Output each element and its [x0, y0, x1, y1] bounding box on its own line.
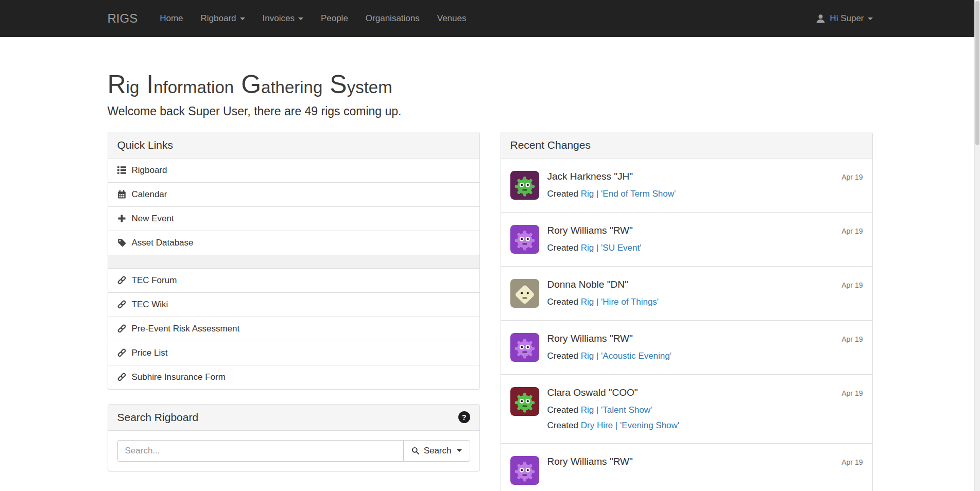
- change-date: Apr 19: [841, 281, 863, 289]
- search-panel-title: Search Rigboard: [117, 411, 199, 424]
- change-description: Created Rig | 'Talent Show': [547, 405, 863, 415]
- rig-link[interactable]: Rig | 'Hire of Things': [581, 297, 659, 307]
- link-icon: [117, 300, 126, 309]
- list-divider: [108, 255, 479, 269]
- chevron-down-icon: [298, 17, 303, 20]
- quick-link-label: TEC Forum: [132, 275, 177, 286]
- action-prefix: Created: [547, 420, 578, 430]
- quick-link-label: Rigboard: [132, 165, 167, 176]
- search-input-group: Search: [117, 440, 470, 462]
- link-icon: [117, 276, 126, 285]
- calendar-icon: [117, 190, 126, 199]
- scrollbar-thumb[interactable]: [975, 1, 979, 145]
- quick-link-subhire-insurance-form[interactable]: Subhire Insurance Form: [108, 365, 479, 389]
- nav-item-rigboard[interactable]: Rigboard: [192, 0, 254, 37]
- quick-links-list: Rigboard Calendar New Event Asset Databa…: [108, 159, 479, 389]
- quick-links-panel: Quick Links Rigboard Calendar New Event: [108, 132, 480, 390]
- change-description: Created Rig | 'SU Event': [547, 243, 863, 253]
- nav-item-venues[interactable]: Venues: [428, 0, 475, 37]
- main-content: RigInformationGatheringSystem Welcome ba…: [108, 71, 873, 491]
- monster-avatar-icon: [510, 333, 539, 362]
- change-description: Created Rig | 'End of Term Show': [547, 189, 863, 199]
- rig-link[interactable]: Rig | 'SU Event': [581, 243, 642, 253]
- rig-link[interactable]: Rig | 'End of Term Show': [581, 189, 676, 199]
- list-item: Rory Williams "RW" Apr 19: [501, 444, 872, 491]
- quick-link-label: Subhire Insurance Form: [132, 372, 226, 382]
- person-link[interactable]: Rory Williams "RW": [547, 225, 633, 236]
- quick-link-pre-event-risk-assessment[interactable]: Pre-Event Risk Assessment: [108, 317, 479, 341]
- avatar: [510, 333, 539, 362]
- person-link[interactable]: Donna Noble "DN": [547, 279, 628, 290]
- avatar: [510, 279, 539, 308]
- quick-link-new-event[interactable]: New Event: [108, 207, 479, 231]
- recent-changes-panel: Recent Changes Jack Harkness "JH" Apr 19: [501, 132, 873, 491]
- person-link[interactable]: Rory Williams "RW": [547, 333, 633, 344]
- quick-link-label: Asset Database: [132, 238, 194, 248]
- list-item: Rory Williams "RW" Apr 19 Created Rig | …: [501, 213, 872, 267]
- search-input[interactable]: [117, 440, 403, 462]
- left-column: Quick Links Rigboard Calendar New Event: [108, 132, 480, 486]
- page-title: RigInformationGatheringSystem: [108, 71, 873, 98]
- nav-item-people[interactable]: People: [312, 0, 357, 37]
- quick-links-title: Quick Links: [108, 132, 479, 159]
- avatar: [510, 387, 539, 416]
- link-icon: [117, 373, 126, 381]
- rig-link[interactable]: Rig | 'Talent Show': [581, 405, 652, 415]
- list-icon: [117, 166, 126, 174]
- person-link[interactable]: Jack Harkness "JH": [547, 171, 633, 182]
- navbar-brand[interactable]: RIGS: [108, 11, 138, 26]
- monster-avatar-icon: [510, 387, 539, 416]
- quick-link-calendar[interactable]: Calendar: [108, 183, 479, 207]
- user-menu[interactable]: Hi Super: [816, 13, 872, 24]
- change-description: Created Rig | 'Hire of Things': [547, 297, 863, 307]
- user-menu-label: Hi Super: [830, 13, 864, 24]
- change-date: Apr 19: [841, 227, 863, 235]
- quick-link-price-list[interactable]: Price List: [108, 341, 479, 365]
- search-icon: [411, 447, 420, 455]
- navbar: RIGS Home Rigboard Invoices People Organ…: [0, 0, 980, 37]
- change-date: Apr 19: [841, 389, 863, 397]
- person-link[interactable]: Clara Oswald "COO": [547, 387, 638, 398]
- nav-item-invoices[interactable]: Invoices: [254, 0, 312, 37]
- dry-hire-link[interactable]: Dry Hire | 'Evening Show': [581, 420, 679, 430]
- quick-link-tec-forum[interactable]: TEC Forum: [108, 269, 479, 293]
- avatar: [510, 456, 539, 485]
- change-date: Apr 19: [841, 458, 863, 466]
- list-item: Clara Oswald "COO" Apr 19 Created Rig | …: [501, 375, 872, 444]
- nav-item-organisations[interactable]: Organisations: [357, 0, 428, 37]
- navbar-menu: Home Rigboard Invoices People Organisati…: [151, 0, 475, 37]
- search-button[interactable]: Search: [403, 440, 470, 462]
- person-link[interactable]: Rory Williams "RW": [547, 456, 633, 467]
- recent-changes-list: Jack Harkness "JH" Apr 19 Created Rig | …: [501, 159, 872, 491]
- list-item: Jack Harkness "JH" Apr 19 Created Rig | …: [501, 159, 872, 213]
- quick-link-label: Pre-Event Risk Assessment: [132, 324, 240, 334]
- scrollbar[interactable]: [974, 0, 980, 491]
- user-icon: [816, 14, 826, 24]
- help-icon[interactable]: [458, 411, 470, 423]
- change-description: Created Rig | 'Acoustic Evening': [547, 351, 863, 361]
- avatar: [510, 225, 539, 254]
- action-prefix: Created: [547, 297, 578, 307]
- quick-link-label: New Event: [132, 214, 174, 224]
- monster-avatar-icon: [510, 225, 539, 254]
- quick-link-tec-wiki[interactable]: TEC Wiki: [108, 293, 479, 317]
- nav-item-home[interactable]: Home: [151, 0, 192, 37]
- avatar: [510, 171, 539, 200]
- quick-link-label: Calendar: [132, 189, 167, 200]
- chevron-down-icon: [240, 17, 245, 20]
- action-prefix: Created: [547, 405, 578, 415]
- change-description: Created Dry Hire | 'Evening Show': [547, 420, 863, 431]
- search-rigboard-panel: Search Rigboard Search: [108, 404, 480, 471]
- change-date: Apr 19: [841, 173, 863, 181]
- link-icon: [117, 348, 126, 357]
- list-item: Rory Williams "RW" Apr 19 Created Rig | …: [501, 321, 872, 375]
- quick-link-label: TEC Wiki: [132, 300, 168, 310]
- action-prefix: Created: [547, 189, 578, 199]
- monster-avatar-icon: [510, 456, 539, 485]
- quick-link-rigboard[interactable]: Rigboard: [108, 159, 479, 183]
- action-prefix: Created: [547, 351, 578, 361]
- quick-link-asset-database[interactable]: Asset Database: [108, 231, 479, 255]
- change-date: Apr 19: [841, 335, 863, 343]
- rig-link[interactable]: Rig | 'Acoustic Evening': [581, 351, 672, 361]
- welcome-message: Welcome back Super User, there are 49 ri…: [108, 104, 873, 118]
